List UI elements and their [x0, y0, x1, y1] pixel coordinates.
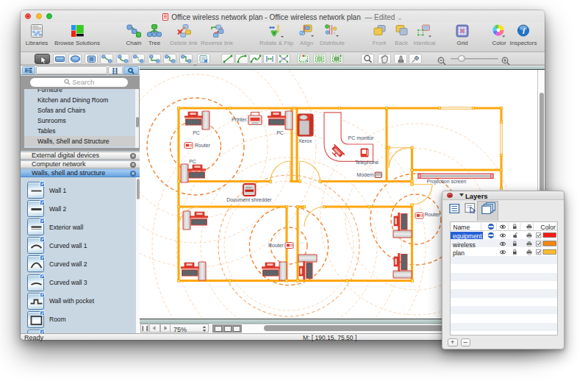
svg-text:PC: PC	[276, 130, 284, 135]
svg-text:Document shredder: Document shredder	[226, 197, 272, 202]
svg-text:PC monitor: PC monitor	[348, 135, 375, 141]
svg-text:PC: PC	[193, 130, 200, 135]
svg-text:Xerox: Xerox	[298, 138, 312, 143]
svg-text:Router: Router	[195, 143, 211, 148]
svg-text:Modem: Modem	[356, 172, 373, 177]
svg-text:Printer.: Printer.	[232, 117, 248, 122]
svg-text:Router: Router	[268, 243, 284, 248]
svg-text:Projection screen: Projection screen	[427, 179, 467, 185]
svg-text:PC: PC	[189, 159, 196, 164]
svg-text:Router: Router	[425, 212, 441, 217]
svg-text:Telephone: Telephone	[355, 160, 379, 166]
